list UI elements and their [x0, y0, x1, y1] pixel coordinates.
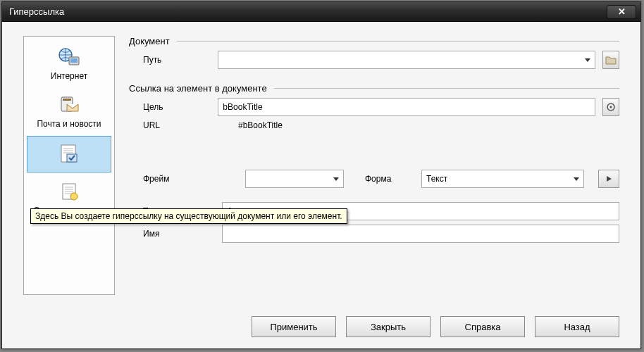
document-link-icon [56, 142, 82, 165]
close-button[interactable]: Закрыть [346, 316, 431, 337]
window-title: Гиперссылка [6, 6, 607, 17]
name-label: Имя [143, 229, 222, 239]
group-title-link: Ссылка на элемент в документе [129, 83, 619, 94]
group-document: Документ Путь [129, 36, 619, 73]
svg-point-17 [609, 106, 612, 108]
browse-button[interactable] [602, 51, 619, 69]
url-value: #bBookTitle [238, 120, 283, 130]
chevron-down-icon [585, 58, 590, 62]
frame-combo[interactable] [245, 170, 344, 188]
sidebar-item-document[interactable] [27, 136, 111, 172]
titlebar: Гиперссылка ✕ [2, 2, 640, 22]
name-input[interactable] [222, 225, 619, 243]
target-input[interactable] [218, 98, 595, 116]
svg-rect-2 [70, 58, 78, 63]
form-value: Текст [426, 174, 447, 184]
path-combo[interactable] [218, 51, 595, 69]
group-link: Ссылка на элемент в документе Цель URL #… [129, 83, 619, 134]
apply-button[interactable]: Применить [252, 316, 336, 337]
dialog-body: Интернет Почта и новости [2, 22, 640, 309]
tooltip: Здесь Вы создаете гиперссылку на существ… [30, 208, 347, 224]
group-title-document: Документ [129, 36, 619, 46]
target-label: Цель [143, 102, 218, 112]
hyperlink-dialog: Гиперссылка ✕ Интернет [1, 1, 641, 349]
category-sidebar: Интернет Почта и новости [23, 36, 115, 295]
sidebar-item-label: Интернет [51, 71, 87, 81]
mail-icon [56, 94, 82, 116]
chevron-down-icon [333, 177, 339, 181]
target-icon [606, 102, 616, 112]
path-label: Путь [143, 55, 218, 65]
globe-icon [56, 46, 82, 68]
form-combo[interactable]: Текст [421, 170, 584, 188]
frame-label: Фрейм [143, 174, 238, 184]
sidebar-item-label: Почта и новости [37, 119, 101, 129]
help-button[interactable]: Справка [440, 316, 525, 337]
chevron-down-icon [574, 177, 579, 181]
dialog-footer: Применить Закрыть Справка Назад [2, 309, 640, 348]
form-label: Форма [365, 174, 414, 184]
sidebar-item-internet[interactable]: Интернет [27, 39, 111, 86]
close-icon: ✕ [618, 6, 626, 17]
folder-icon [605, 55, 617, 65]
sidebar-item-mail[interactable]: Почта и новости [27, 87, 111, 134]
target-picker-button[interactable] [602, 98, 619, 116]
main-panel: Документ Путь Ссылка на элемент в доку [115, 22, 640, 309]
svg-point-15 [70, 193, 78, 200]
back-button[interactable]: Назад [535, 316, 619, 337]
events-button[interactable] [598, 170, 619, 188]
group-other: Фрейм Форма Текст [129, 165, 619, 247]
new-document-icon [56, 180, 82, 203]
close-window-button[interactable]: ✕ [607, 5, 636, 19]
play-icon [605, 175, 612, 182]
url-label: URL [143, 120, 238, 130]
svg-rect-4 [63, 99, 71, 101]
